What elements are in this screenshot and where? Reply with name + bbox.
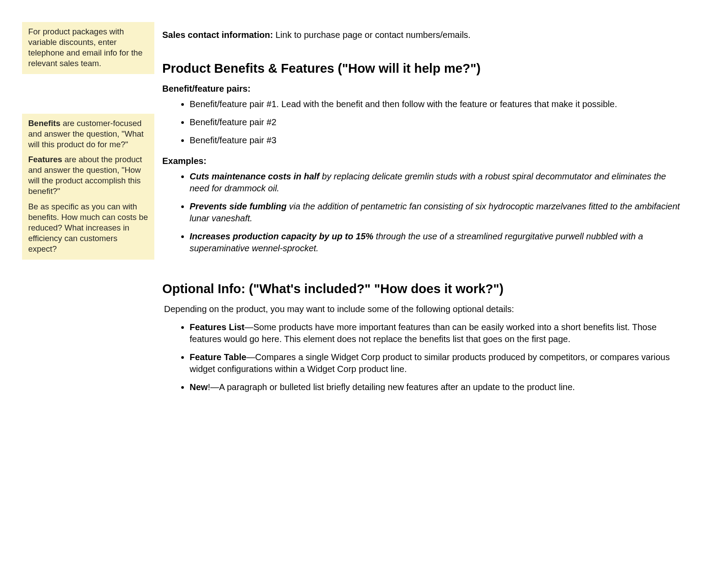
list-item: Benefit/feature pair #2 bbox=[190, 116, 702, 128]
optional-intro: Depending on the product, you may want t… bbox=[164, 304, 702, 314]
note-paragraph: Be as specific as you can with benefits.… bbox=[28, 201, 148, 254]
list-item: Feature Table—Compares a single Widget C… bbox=[190, 351, 702, 375]
note-text: For product packages with variable disco… bbox=[28, 26, 148, 69]
list-item: Increases production capacity by up to 1… bbox=[190, 231, 702, 254]
optional-heading: Optional Info: ("What's included?" "How … bbox=[162, 282, 702, 296]
sales-contact-line: Sales contact information: Link to purch… bbox=[162, 30, 702, 40]
example-lead: Prevents side fumbling bbox=[190, 201, 287, 211]
contact-label: Sales contact information: bbox=[162, 30, 273, 40]
benefits-heading: Product Benefits & Features ("How will i… bbox=[162, 61, 702, 76]
note-paragraph: Features are about the product and answe… bbox=[28, 154, 148, 197]
main-content: Sales contact information: Link to purch… bbox=[162, 22, 702, 403]
optional-rest: —Some products have more important featu… bbox=[190, 322, 657, 344]
pairs-label: Benefit/feature pairs: bbox=[162, 84, 702, 94]
list-item: Benefit/feature pair #3 bbox=[190, 134, 702, 146]
sidebar-note-discounts: For product packages with variable disco… bbox=[22, 22, 154, 74]
optional-lead: Features List bbox=[190, 322, 244, 332]
sidebar-note-benefits-features: Benefits are customer-focused and answer… bbox=[22, 114, 154, 260]
sidebar: For product packages with variable disco… bbox=[22, 22, 154, 260]
bold-term: Features bbox=[28, 155, 62, 164]
example-lead: Increases production capacity by up to 1… bbox=[190, 231, 373, 241]
benefit-pairs-list: Benefit/feature pair #1. Lead with the b… bbox=[162, 98, 702, 146]
note-paragraph: Benefits are customer-focused and answer… bbox=[28, 118, 148, 150]
list-item: New!—A paragraph or bulleted list briefl… bbox=[190, 381, 702, 393]
bold-term: Benefits bbox=[28, 119, 60, 128]
optional-lead: Feature Table bbox=[190, 352, 246, 362]
list-item: Features List—Some products have more im… bbox=[190, 321, 702, 345]
example-lead: Cuts maintenance costs in half bbox=[190, 171, 320, 181]
optional-lead: New bbox=[190, 382, 208, 392]
examples-list: Cuts maintenance costs in half by replac… bbox=[162, 171, 702, 254]
examples-label: Examples: bbox=[162, 156, 702, 166]
list-item: Benefit/feature pair #1. Lead with the b… bbox=[190, 98, 702, 110]
list-item: Cuts maintenance costs in half by replac… bbox=[190, 171, 702, 194]
optional-rest: !—A paragraph or bulleted list briefly d… bbox=[208, 382, 575, 392]
list-item: Prevents side fumbling via the addition … bbox=[190, 201, 702, 224]
optional-list: Features List—Some products have more im… bbox=[162, 321, 702, 393]
optional-rest: —Compares a single Widget Corp product t… bbox=[190, 352, 670, 374]
document-page: For product packages with variable disco… bbox=[0, 0, 728, 429]
contact-text: Link to purchase page or contact numbers… bbox=[273, 30, 470, 40]
